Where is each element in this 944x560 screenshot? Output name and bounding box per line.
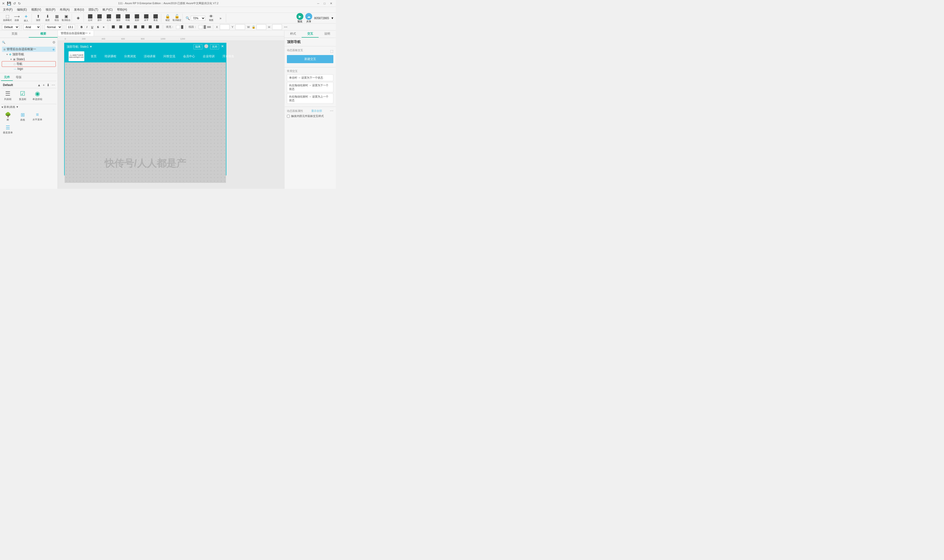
close-btn[interactable]: ✕	[328, 2, 334, 5]
align-text-justify-btn[interactable]: ⬛	[132, 25, 139, 29]
outline-search-input[interactable]	[2, 41, 52, 44]
user-dropdown-icon[interactable]: ▼	[331, 17, 334, 20]
widget-more-icon[interactable]: ⋯	[51, 83, 55, 88]
interaction-item-1[interactable]: 向左拖动结束时 → 设置为下一个状态	[287, 82, 333, 92]
frame-close-x-icon[interactable]: ✕	[221, 44, 224, 49]
canvas-wrapper[interactable]: 0 200 400 600 800 1000 1200 200 400 600 …	[58, 36, 284, 189]
notes-tab[interactable]: 说明	[319, 31, 336, 38]
widget-import-icon[interactable]: ⬇	[46, 83, 50, 88]
widget-listbox[interactable]: ☰ 列表框	[1, 89, 15, 102]
dp-interaction-action-icon[interactable]: ⬚	[330, 49, 333, 53]
widget-vmenu[interactable]: ☰ 垂直菜单	[1, 124, 15, 135]
component-frame[interactable]: 顶部导航: State1 ▼ 隔离 ⬚ 关闭 ✕	[64, 43, 226, 175]
align-center-btn[interactable]: ⬛ 居中	[95, 14, 104, 23]
h-input[interactable]	[272, 24, 282, 30]
tree-item-nav-widget[interactable]: □ 导航	[2, 62, 55, 66]
redo-icon[interactable]: ↻	[18, 2, 21, 5]
more-tools-btn[interactable]: »	[216, 14, 225, 23]
bullet-btn[interactable]: ≡	[101, 25, 106, 29]
bottom-layer-btn[interactable]: ⬇ 底层	[43, 14, 52, 23]
zoom-select[interactable]: 72% 50% 100% 150% 200%	[191, 16, 205, 21]
minimize-btn[interactable]: ─	[316, 2, 321, 5]
fill-color-box[interactable]	[176, 25, 180, 29]
widget-table[interactable]: ⊞ 表格	[16, 111, 29, 123]
menu-edit[interactable]: 编辑(E)	[15, 7, 29, 12]
save-icon[interactable]: 💾	[7, 2, 11, 5]
style-select[interactable]: Default	[2, 24, 19, 30]
new-interaction-btn[interactable]: 新建交互	[287, 55, 333, 63]
widget-checkbox[interactable]: ☑ 复选框	[16, 89, 29, 102]
close-frame-btn[interactable]: 关闭	[210, 44, 219, 49]
align-text-left-btn[interactable]: ⬛	[110, 25, 117, 29]
pages-tab[interactable]: 页面	[0, 31, 29, 38]
align-text-center-btn[interactable]: ⬛	[117, 25, 124, 29]
nav-item-browse[interactable]: 分类浏览	[123, 53, 137, 60]
more-format-icon[interactable]: ⋯	[284, 25, 287, 29]
align-right-btn[interactable]: ⬛ 右对	[105, 14, 113, 23]
nav-item-fishing[interactable]: 浑水摸鱼	[221, 53, 236, 60]
dp-options-icon[interactable]: ⋯	[330, 109, 333, 113]
widget-tab-masters[interactable]: 母版	[13, 74, 25, 81]
widget-radio[interactable]: ◉ 单选按钮	[31, 89, 44, 102]
align-text-top-btn[interactable]: ⬛	[140, 25, 146, 29]
menu-account[interactable]: 账户(C)	[100, 7, 115, 12]
menu-file[interactable]: 文件(F)	[1, 7, 14, 12]
nav-item-qa[interactable]: 问答交流	[162, 53, 177, 60]
font-size-input[interactable]	[66, 24, 75, 30]
bold-btn[interactable]: B	[79, 25, 84, 29]
lock-btn[interactable]: 🔒 锁定	[163, 14, 172, 23]
distribute-horiz-btn[interactable]: ⬛ 水平	[142, 14, 151, 23]
top-layer-btn[interactable]: ⬆ 顶层	[34, 14, 43, 23]
ungroup-btn[interactable]: ▣ 取消组合	[62, 14, 71, 23]
strikethrough-btn[interactable]: S	[95, 25, 100, 29]
group-btn[interactable]: ▦ 组合	[52, 14, 61, 23]
align-bottom-btn[interactable]: ⬛ 底部	[132, 14, 141, 23]
view-btn[interactable]: 👁 视图	[207, 14, 216, 23]
insert-btn[interactable]: + 插入	[22, 14, 31, 23]
widget-collapse-icon[interactable]: ▲	[37, 83, 41, 88]
fill-color-box2[interactable]	[181, 25, 183, 29]
tree-item-state[interactable]: ▼ ▣ State1	[2, 57, 55, 62]
distribute-vert-btn[interactable]: ⬛ 垂直	[151, 14, 160, 23]
align-text-bottom-btn[interactable]: ⬛	[154, 25, 161, 29]
nav-item-training[interactable]: 培训课程	[103, 53, 118, 60]
interaction-item-0[interactable]: 单击时 → 设置为下一个状态	[287, 74, 333, 81]
tree-item-component[interactable]: ▼ ⊕ 顶部导航	[2, 52, 55, 57]
nav-item-home[interactable]: 首页	[89, 53, 98, 60]
font-select[interactable]: Arial	[23, 24, 40, 30]
user-id[interactable]: 805872865	[314, 17, 329, 20]
underline-btn[interactable]: U	[90, 25, 95, 29]
canvas-tab-main[interactable]: 管理后台自适应框架一 ✕	[58, 31, 94, 36]
font-style-select[interactable]: Normal	[45, 24, 62, 30]
tree-item-logo-widget[interactable]: — logo	[2, 66, 55, 71]
widget-tree[interactable]: 🌳 树	[1, 111, 15, 123]
dp-checkbox-label[interactable]: 触发内部元件鼠标交互样式	[287, 114, 333, 118]
menu-layout[interactable]: 布局(A)	[58, 7, 72, 12]
align-top-btn[interactable]: ⬛ 顶部	[114, 14, 123, 23]
align-text-right-btn[interactable]: ⬛	[125, 25, 131, 29]
dp-trigger-checkbox[interactable]	[287, 115, 290, 118]
frame-expand-icon[interactable]: ⬚	[204, 44, 208, 48]
outline-settings-icon[interactable]: ⚙	[52, 40, 55, 44]
y-input[interactable]	[235, 24, 245, 30]
italic-btn[interactable]: I	[85, 25, 89, 29]
share-btn[interactable]: ☁ 共享	[305, 13, 312, 23]
select-mode-btn[interactable]: ⬚ 选择模式	[3, 14, 12, 23]
undo-icon[interactable]: ↺	[13, 2, 16, 5]
widget-tab-elements[interactable]: 元件	[1, 74, 13, 81]
align-left-btn[interactable]: ⬛ 左对	[86, 14, 95, 23]
unlock-btn[interactable]: 🔓 取消锁定	[172, 14, 182, 23]
w-input[interactable]	[256, 24, 266, 30]
tree-item-page[interactable]: 🖥 管理后台自适应框架一 ◈	[2, 47, 55, 52]
stroke-color-box3[interactable]	[207, 26, 211, 28]
menu-table-group-header[interactable]: ▼ 菜单|表格 ▼	[1, 105, 57, 109]
align-text-middle-btn[interactable]: ⬛	[147, 25, 153, 29]
menu-team[interactable]: 团队(T)	[86, 7, 100, 12]
dp-show-all-link[interactable]: 显示全部	[311, 109, 322, 113]
edit-placeholder-btn[interactable]: ◈	[74, 14, 83, 23]
nav-item-enterprise[interactable]: 企业培训	[201, 53, 216, 60]
x-input[interactable]	[220, 24, 229, 30]
isolate-btn[interactable]: 隔离	[194, 44, 202, 49]
stroke-color-box[interactable]	[199, 25, 203, 29]
menu-project[interactable]: 项目(P)	[43, 7, 57, 12]
